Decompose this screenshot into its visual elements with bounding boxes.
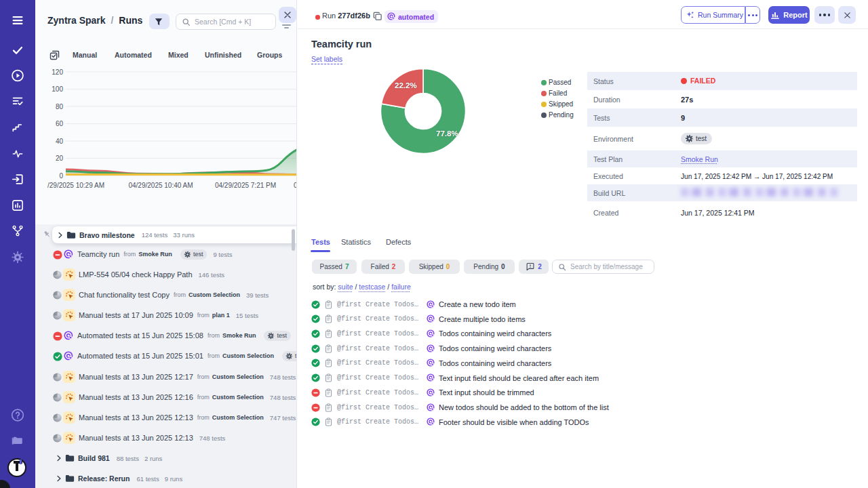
svg-text:22.2%: 22.2% — [395, 81, 417, 89]
svg-text:100: 100 — [52, 85, 63, 93]
svg-text:120: 120 — [52, 68, 63, 76]
svg-text:20: 20 — [56, 155, 64, 162]
svg-text:0: 0 — [59, 172, 63, 180]
svg-text:40: 40 — [56, 138, 64, 145]
svg-text:80: 80 — [56, 103, 64, 110]
svg-text:60: 60 — [56, 120, 64, 127]
svg-text:77.8%: 77.8% — [436, 129, 458, 138]
